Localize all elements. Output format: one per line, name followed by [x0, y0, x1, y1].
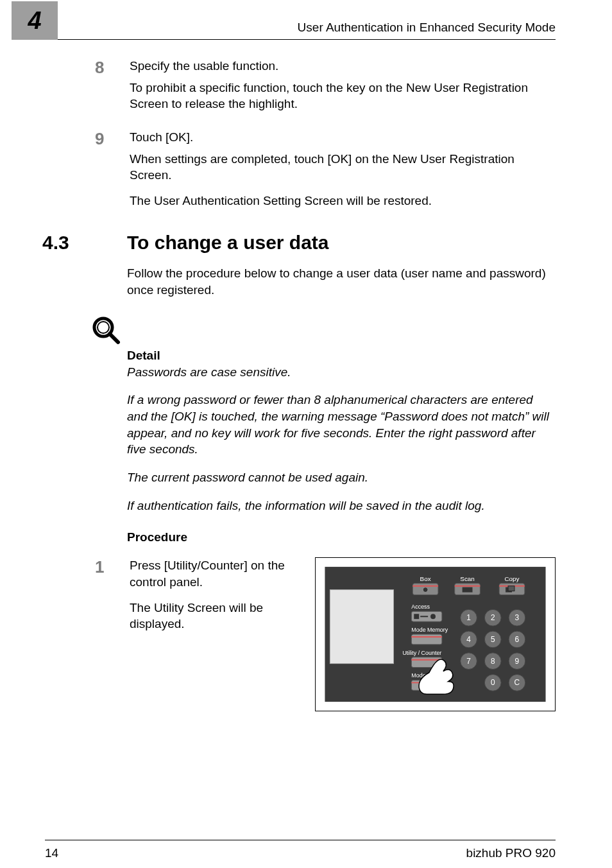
- svg-point-7: [423, 587, 428, 593]
- section-number: 4.3: [42, 232, 127, 254]
- control-panel-figure: Box Scan Copy: [315, 557, 556, 711]
- svg-rect-19: [411, 634, 442, 645]
- section-heading: 4.3 To change a user data: [42, 232, 556, 254]
- detail-text: The current password cannot be used agai…: [127, 469, 556, 486]
- svg-line-2: [110, 334, 118, 342]
- step-text: Press [Utility/Counter] on the control p…: [130, 557, 300, 590]
- chapter-tab: 4: [12, 1, 58, 40]
- step-number: 1: [95, 557, 130, 575]
- panel-label-access: Access: [411, 604, 430, 611]
- keypad-key: 5: [491, 635, 495, 644]
- svg-rect-16: [414, 614, 419, 620]
- detail-text: If a wrong password or fewer than 8 alph…: [127, 392, 556, 458]
- keypad-key: 0: [491, 679, 495, 688]
- keypad-key: C: [514, 679, 520, 688]
- svg-rect-10: [463, 587, 473, 593]
- panel-label-scan: Scan: [460, 575, 475, 582]
- footer-rule: [45, 840, 556, 840]
- svg-point-18: [430, 614, 436, 620]
- step-number: 9: [95, 129, 130, 209]
- panel-label-utility-counter: Utility / Counter: [402, 650, 441, 656]
- procedure-heading: Procedure: [127, 530, 612, 544]
- panel-label-mode-memory: Mode Memory: [411, 627, 448, 633]
- svg-rect-4: [330, 590, 393, 664]
- keypad-key: 2: [491, 613, 495, 622]
- step-text: Touch [OK].: [130, 129, 556, 146]
- svg-point-1: [98, 322, 109, 333]
- section-intro: Follow the procedure below to change a u…: [127, 265, 556, 298]
- step-1: 1 Press [Utility/Counter] on the control…: [95, 557, 556, 711]
- keypad-key: 3: [515, 613, 520, 622]
- magnifier-icon: [90, 314, 612, 346]
- step-text: The User Authentication Setting Screen w…: [130, 193, 556, 209]
- section-title: To change a user data: [127, 232, 329, 254]
- keypad-key: 9: [515, 657, 520, 666]
- panel-label-copy: Copy: [504, 575, 519, 582]
- keypad-key: 8: [491, 657, 495, 666]
- step-9: 9 Touch [OK]. When settings are complete…: [95, 129, 556, 209]
- keypad-key: 1: [466, 613, 471, 622]
- step-text: When settings are completed, touch [OK] …: [130, 151, 556, 184]
- page-number: 14: [45, 846, 58, 860]
- step-text: Specify the usable function.: [130, 58, 556, 74]
- panel-label-box: Box: [420, 575, 431, 582]
- control-panel-svg: Box Scan Copy: [316, 558, 555, 711]
- step-8: 8 Specify the usable function. To prohib…: [95, 58, 556, 112]
- step-text: To prohibit a specific function, touch t…: [130, 80, 556, 112]
- step-text: The Utility Screen will be displayed.: [130, 600, 300, 632]
- detail-text: If authentication fails, the information…: [127, 498, 556, 514]
- keypad-key: 6: [515, 635, 520, 644]
- keypad-key: 4: [466, 635, 471, 644]
- model-name: bizhub PRO 920: [466, 846, 556, 860]
- chapter-number: 4: [28, 7, 41, 35]
- detail-heading: Detail: [127, 349, 612, 363]
- detail-text: Passwords are case sensitive.: [127, 364, 556, 381]
- keypad-key: 7: [466, 657, 471, 666]
- running-head: User Authentication in Enhanced Security…: [298, 21, 556, 35]
- svg-rect-14: [508, 586, 514, 591]
- header-rule: [58, 39, 556, 40]
- step-number: 8: [95, 58, 130, 112]
